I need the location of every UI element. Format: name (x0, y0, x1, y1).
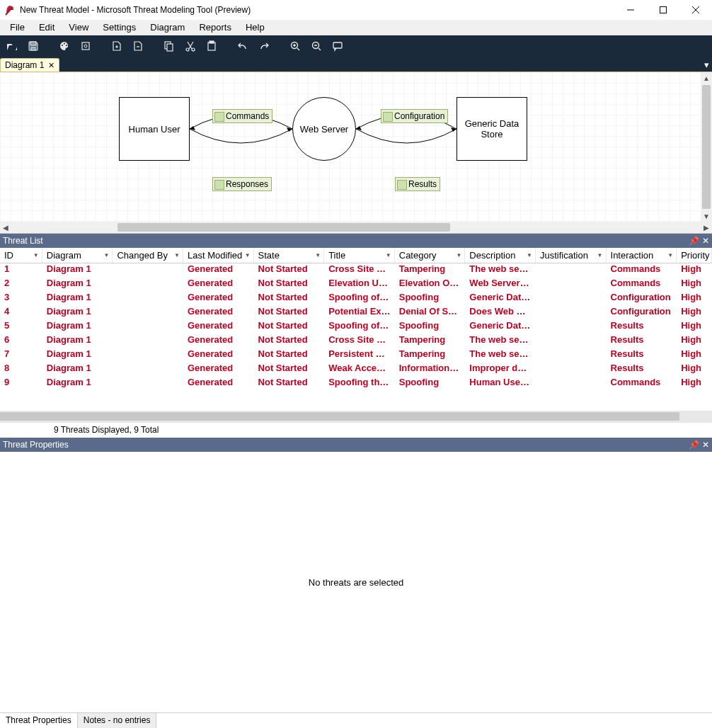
scroll-right-icon[interactable]: ▶ (701, 224, 712, 232)
col-title[interactable]: Title▼ (324, 248, 395, 263)
document-tab[interactable]: Diagram 1 ✕ (0, 58, 59, 72)
table-row[interactable]: 7Diagram 1GeneratedNot StartedPersistent… (0, 348, 712, 363)
threat-list-hscroll[interactable] (0, 411, 712, 422)
tab-threat-properties[interactable]: Threat Properties (0, 713, 78, 728)
col-category[interactable]: Category▼ (395, 248, 466, 263)
cell: Not Started (254, 348, 325, 363)
cell: Not Started (254, 363, 325, 377)
table-row[interactable]: 1Diagram 1GeneratedNot StartedCross Site… (0, 263, 712, 278)
threat-list-body: 1Diagram 1GeneratedNot StartedCross Site… (0, 263, 712, 411)
table-row[interactable]: 9Diagram 1GeneratedNot StartedSpoofing t… (0, 377, 712, 391)
cell: Spoofing (395, 377, 466, 391)
cell: Not Started (254, 377, 325, 391)
cut-icon[interactable] (181, 37, 200, 55)
pin-icon[interactable]: 📌 (689, 440, 699, 450)
cell: Generated (183, 334, 254, 348)
node-human-user[interactable]: Human User (119, 97, 190, 161)
cell: Generic Data… (465, 292, 536, 306)
table-row[interactable]: 2Diagram 1GeneratedNot StartedElevation … (0, 278, 712, 292)
table-row[interactable]: 4Diagram 1GeneratedNot StartedPotential … (0, 306, 712, 320)
cell: High (677, 278, 712, 292)
close-panel-icon[interactable]: ✕ (702, 236, 709, 246)
col-justification[interactable]: Justification▼ (536, 248, 607, 263)
close-button[interactable] (679, 0, 712, 20)
undo-icon[interactable] (234, 37, 252, 55)
canvas-vscroll[interactable]: ▲ ▼ (701, 72, 712, 222)
scroll-down-icon[interactable]: ▼ (703, 210, 710, 222)
pin-icon[interactable]: 📌 (689, 236, 699, 246)
cell: High (677, 363, 712, 377)
col-last-modified[interactable]: Last Modified▼ (183, 248, 254, 263)
tab-overflow-icon[interactable]: ▾ (704, 59, 709, 70)
close-panel-icon[interactable]: ✕ (702, 440, 709, 450)
menu-help[interactable]: Help (239, 21, 272, 34)
zoom-in-icon[interactable] (286, 37, 304, 55)
svg-rect-4 (30, 42, 36, 45)
cell: Results (607, 363, 677, 377)
flow-configuration[interactable]: Configuration (381, 109, 448, 123)
cell: The web serv… (465, 334, 536, 348)
table-row[interactable]: 6Diagram 1GeneratedNot StartedCross Site… (0, 334, 712, 348)
save-icon[interactable] (24, 37, 42, 55)
close-tab-icon[interactable]: ✕ (48, 61, 54, 70)
cell (536, 363, 607, 377)
cell: Not Started (254, 278, 325, 292)
empty-message: No threats are selected (0, 452, 712, 712)
paste-icon[interactable] (202, 37, 221, 55)
target-icon[interactable] (76, 37, 95, 55)
scroll-thumb[interactable] (0, 412, 679, 421)
col-interaction[interactable]: Interaction▼ (607, 248, 677, 263)
table-row[interactable]: 8Diagram 1GeneratedNot StartedWeak Acces… (0, 363, 712, 377)
minimize-button[interactable] (614, 0, 647, 20)
canvas-hscroll[interactable]: ◀ ▶ (0, 222, 712, 233)
col-state[interactable]: State▼ (254, 248, 325, 263)
cell: Generated (183, 377, 254, 391)
new-page-alt-icon[interactable] (129, 37, 147, 55)
scroll-thumb[interactable] (702, 85, 711, 209)
copy-icon[interactable] (160, 37, 178, 55)
palette-icon[interactable] (55, 37, 74, 55)
feedback-icon[interactable] (328, 37, 347, 55)
table-row[interactable]: 5Diagram 1GeneratedNot StartedSpoofing o… (0, 320, 712, 334)
cell: Commands (607, 263, 677, 278)
menu-file[interactable]: File (3, 21, 32, 34)
flow-commands[interactable]: Commands (212, 109, 272, 123)
flow-results[interactable]: Results (395, 177, 440, 191)
menu-settings[interactable]: Settings (96, 21, 143, 34)
flow-arcs (0, 72, 712, 222)
menu-reports[interactable]: Reports (192, 21, 239, 34)
cell: Information… (395, 363, 466, 377)
threat-list-header: Threat List 📌 ✕ (0, 234, 712, 248)
menu-diagram[interactable]: Diagram (143, 21, 192, 34)
scroll-track[interactable] (11, 222, 701, 233)
open-icon[interactable] (3, 37, 21, 55)
svg-point-13 (186, 48, 189, 51)
cell: Diagram 1 (42, 263, 113, 278)
tab-notes[interactable]: Notes - no entries (78, 713, 157, 728)
cell: Tampering (395, 263, 466, 278)
flow-responses[interactable]: Responses (212, 177, 272, 191)
menu-view[interactable]: View (62, 21, 96, 34)
scroll-left-icon[interactable]: ◀ (0, 224, 11, 232)
table-row[interactable]: 3Diagram 1GeneratedNot StartedSpoofing o… (0, 292, 712, 306)
cell: High (677, 292, 712, 306)
cell: Generated (183, 363, 254, 377)
scroll-up-icon[interactable]: ▲ (703, 72, 710, 84)
diagram-canvas[interactable]: Human User Web Server Generic Data Store… (0, 72, 712, 222)
col-changed-by[interactable]: Changed By▼ (113, 248, 183, 263)
svg-point-10 (84, 45, 87, 47)
node-web-server[interactable]: Web Server (292, 97, 356, 161)
node-data-store[interactable]: Generic Data Store (457, 97, 527, 161)
scroll-thumb[interactable] (117, 223, 450, 232)
zoom-out-icon[interactable] (307, 37, 326, 55)
maximize-button[interactable] (647, 0, 679, 20)
col-priority[interactable]: Priority (677, 248, 712, 263)
col-id[interactable]: ID▼ (0, 248, 42, 263)
menu-edit[interactable]: Edit (32, 21, 62, 34)
redo-icon[interactable] (255, 37, 273, 55)
col-description[interactable]: Description▼ (465, 248, 536, 263)
col-diagram[interactable]: Diagram▼ (42, 248, 113, 263)
new-page-icon[interactable] (108, 37, 126, 55)
cell: Tampering (395, 334, 466, 348)
threat-properties-panel: No threats are selected Threat Propertie… (0, 452, 712, 728)
